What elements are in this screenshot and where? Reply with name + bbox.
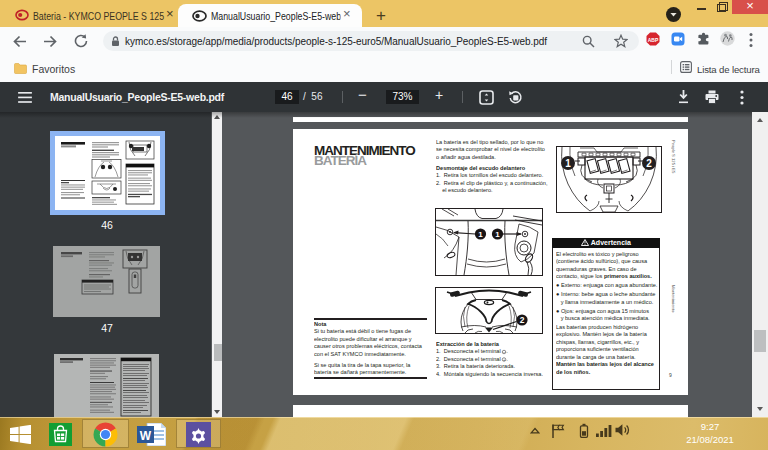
svg-text:2: 2 [646,158,652,169]
svg-text:W: W [140,429,152,443]
svg-text:1: 1 [478,230,483,239]
svg-text:1: 1 [565,158,571,169]
svg-text:2: 2 [520,315,525,325]
svg-text:1: 1 [495,230,500,239]
svg-text:ABP: ABP [648,37,659,43]
